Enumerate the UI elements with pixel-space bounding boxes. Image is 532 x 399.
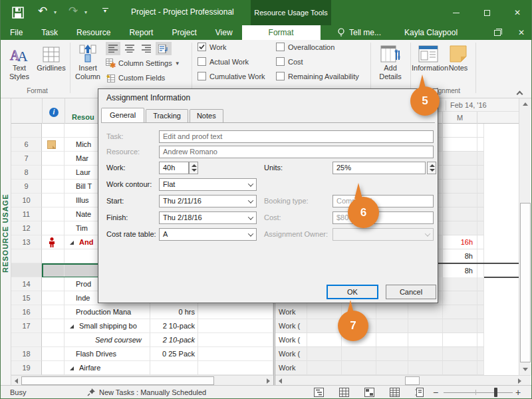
timescale-date-label[interactable]: Feb 14, '16 [446, 100, 487, 110]
vertical-scrollbar-thumb[interactable] [520, 203, 531, 362]
notes-button[interactable]: Notes [445, 41, 471, 72]
work-cell[interactable]: 0 hrs [150, 305, 198, 319]
table-row[interactable]: Send coursew2 10-pack [11, 333, 273, 347]
checkbox-remaining-availability[interactable]: Remaining Availability [276, 72, 359, 80]
timephased-cell[interactable] [477, 138, 484, 152]
timephased-cell[interactable] [477, 347, 484, 361]
dialog-tab-notes[interactable]: Notes [190, 109, 223, 122]
empty-cell[interactable] [198, 333, 273, 347]
undo-dropdown-icon[interactable]: ▾ [54, 9, 57, 15]
row-number[interactable]: 17 [11, 319, 42, 333]
tab-resource[interactable]: Resource [67, 25, 120, 40]
row-number[interactable]: 9 [11, 180, 42, 194]
timephased-cell[interactable] [477, 221, 484, 235]
timephased-cell[interactable] [342, 361, 376, 375]
table-row[interactable]: 17Small shipping bo2 10-pack [11, 319, 273, 333]
resource-sheet-view-icon[interactable] [389, 388, 400, 397]
timephased-cell[interactable] [477, 180, 484, 194]
empty-cell[interactable] [198, 361, 273, 375]
minimize-icon[interactable] [441, 0, 471, 25]
empty-cell[interactable] [198, 347, 273, 361]
timephased-cell[interactable] [342, 347, 376, 361]
row-number[interactable]: 11 [11, 207, 42, 221]
row-number[interactable]: 14 [11, 277, 42, 291]
checkbox-cumulative-work[interactable]: Cumulative Work [198, 72, 265, 80]
timephased-cell[interactable] [376, 347, 408, 361]
tab-file[interactable]: File [1, 25, 32, 40]
zoom-slider[interactable]: − + [433, 387, 526, 398]
tab-task[interactable]: Task [32, 25, 67, 40]
resource-name-cell[interactable]: Production Mana [65, 305, 150, 319]
row-number[interactable] [11, 333, 42, 347]
table-row[interactable]: 19Airfare [11, 361, 273, 375]
align-right-icon[interactable] [139, 42, 154, 55]
timephased-cell[interactable] [376, 333, 408, 347]
timephased-cell[interactable] [477, 249, 484, 263]
timephased-cell[interactable] [443, 166, 477, 180]
timephased-cell[interactable] [477, 235, 484, 249]
user-account[interactable]: Kayla Claypool [404, 25, 458, 40]
resource-name-cell[interactable]: Airfare [65, 361, 150, 375]
add-details-button[interactable]: AddDetails [373, 41, 408, 81]
dialog-tab-general[interactable]: General [101, 108, 144, 122]
column-settings-button[interactable]: ✱ Column Settings ▼ [106, 59, 180, 68]
row-number[interactable]: 16 [11, 305, 42, 319]
resource-name-column-header[interactable]: Resou [72, 113, 94, 121]
timephased-cell[interactable] [443, 207, 477, 221]
timephased-cell[interactable] [408, 319, 443, 333]
checkbox-overallocation[interactable]: Overallocation [276, 43, 334, 51]
timephased-cell[interactable] [408, 333, 443, 347]
ok-button[interactable]: OK [327, 285, 378, 299]
finish-select[interactable]: Thu 2/18/16 [159, 211, 257, 224]
team-planner-view-icon[interactable] [364, 388, 374, 397]
timephased-cell[interactable] [477, 319, 484, 333]
scroll-down-icon[interactable] [519, 364, 531, 375]
checked-checkbox-icon[interactable] [198, 43, 206, 51]
zoom-in-icon[interactable]: + [515, 387, 521, 398]
unchecked-checkbox-icon[interactable] [198, 72, 206, 80]
align-center-icon[interactable] [122, 42, 137, 55]
maximize-icon[interactable] [471, 0, 502, 25]
timeline-horizontal-scrollbar[interactable] [275, 375, 531, 385]
units-spinner[interactable] [427, 162, 436, 174]
details-cell[interactable]: Work ( [275, 333, 307, 347]
timephased-cell[interactable] [477, 194, 484, 207]
details-cell[interactable]: Work [275, 305, 307, 319]
table-row[interactable]: 18Flash Drives0 25 Pack [11, 347, 273, 361]
table-hscroll-thumb[interactable] [21, 376, 214, 385]
row-number[interactable] [11, 249, 42, 263]
timephased-cell[interactable] [408, 361, 443, 375]
timephased-cell[interactable] [376, 319, 408, 333]
start-select[interactable]: Thu 2/11/16 [159, 195, 257, 207]
timephased-cell[interactable] [408, 305, 443, 319]
gridlines-button[interactable]: Gridlines [35, 41, 67, 72]
timephased-cell[interactable] [443, 124, 477, 138]
timephased-cell[interactable] [477, 361, 484, 375]
timephased-cell[interactable] [477, 207, 484, 221]
cost-rate-table-select[interactable]: A [159, 228, 257, 241]
row-number[interactable]: 10 [11, 194, 42, 207]
work-hours-cell[interactable]: 8h [443, 264, 477, 278]
table-horizontal-scrollbar[interactable] [11, 375, 273, 385]
tab-report[interactable]: Report [120, 25, 162, 40]
row-number[interactable]: 19 [11, 361, 42, 375]
zoom-thumb[interactable] [494, 388, 497, 397]
row-number[interactable]: 13 [11, 235, 42, 249]
scroll-left-icon[interactable] [11, 376, 21, 386]
row-number[interactable]: 15 [11, 291, 42, 305]
work-cell[interactable]: 0 25 Pack [150, 347, 198, 361]
empty-cell[interactable] [198, 305, 273, 319]
zoom-out-icon[interactable]: − [433, 387, 438, 398]
expand-triangle-icon[interactable] [70, 241, 74, 245]
indicators-column-header-icon[interactable]: i [49, 108, 59, 117]
timephased-cell[interactable] [443, 180, 477, 194]
insert-column-button[interactable]: InsertColumn [72, 41, 103, 81]
tell-me-box[interactable]: Tell me... [337, 25, 381, 40]
zoom-track[interactable] [444, 392, 513, 393]
timephased-cell[interactable] [408, 347, 443, 361]
day-column-header[interactable]: M [443, 112, 477, 124]
row-number[interactable] [11, 263, 42, 277]
resource-name-cell[interactable]: Send coursew [65, 333, 150, 347]
task-usage-view-icon[interactable] [338, 388, 349, 397]
timephased-cell[interactable] [443, 333, 477, 347]
